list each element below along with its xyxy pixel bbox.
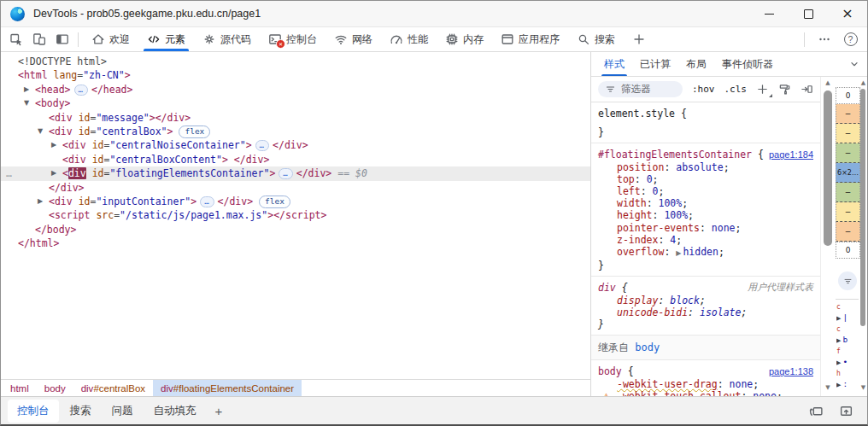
breadcrumb-item[interactable]: div#floatingElementsContainer: [153, 380, 302, 396]
scroll-up-arrow-icon[interactable]: ▲: [821, 79, 835, 86]
dom-tree-node[interactable]: <html lang="zh-CN">: [1, 68, 590, 82]
expand-ellipsis-badge[interactable]: …: [200, 196, 214, 207]
style-property[interactable]: overflow: ▶hidden;: [598, 246, 813, 260]
style-property[interactable]: height: 100%;: [598, 209, 813, 221]
tab-search[interactable]: 搜索: [568, 27, 624, 51]
style-property[interactable]: pointer-events: none;: [598, 222, 813, 234]
property-value[interactable]: hidden: [683, 246, 718, 258]
expand-ellipsis-badge[interactable]: …: [74, 85, 88, 96]
stylesheet-link[interactable]: page1:184: [769, 149, 813, 160]
computed-property-row[interactable]: c▶|: [836, 303, 859, 325]
computed-filter-button[interactable]: [838, 271, 857, 290]
style-property[interactable]: ⚠-webkit-touch-callout: none;: [598, 390, 813, 396]
rule-selector[interactable]: div: [598, 282, 616, 294]
style-property[interactable]: top: 0;: [598, 173, 813, 185]
dom-tree-node[interactable]: …▶<div id="floatingElementsContainer">…<…: [1, 166, 590, 180]
box-model-margin[interactable]: −: [836, 222, 860, 242]
maximize-button[interactable]: [789, 1, 828, 26]
drawer-tab-search[interactable]: 搜索: [61, 400, 101, 423]
dom-tree-node[interactable]: ▶<div id="inputContainer">…</div>flex: [1, 195, 590, 208]
box-model-position[interactable]: 0: [836, 87, 860, 104]
expand-arrow-icon[interactable]: ▶: [836, 359, 841, 366]
scrollbar-thumb[interactable]: [860, 89, 865, 326]
drawer-tab-console[interactable]: 控制台: [8, 400, 59, 423]
property-name[interactable]: overflow: [617, 246, 664, 258]
property-value[interactable]: 0: [653, 185, 659, 197]
computed-property-row[interactable]: c▶b: [836, 325, 859, 347]
tab-more-tools[interactable]: [624, 27, 654, 51]
stylesheet-link[interactable]: page1:138: [769, 365, 813, 377]
breadcrumb-item[interactable]: html: [3, 380, 37, 396]
expand-panel-icon[interactable]: [839, 404, 853, 418]
computed-property-row[interactable]: h▶:: [836, 370, 859, 392]
style-property[interactable]: left: 0;: [598, 185, 813, 197]
property-value[interactable]: none: [730, 378, 754, 390]
sidebar-tab-layout[interactable]: 布局: [678, 52, 714, 76]
expand-arrow-icon[interactable]: ▶: [836, 315, 841, 322]
tab-network[interactable]: 网络: [326, 27, 381, 51]
box-model-border[interactable]: −: [836, 202, 860, 222]
style-property[interactable]: position: absolute;: [598, 161, 813, 173]
dom-tree-node[interactable]: ▶<head>…</head>: [1, 83, 590, 96]
drawer-tab-autofill[interactable]: 自动填充: [144, 400, 206, 423]
property-value[interactable]: block: [670, 295, 700, 306]
expand-ellipsis-badge[interactable]: …: [279, 168, 292, 179]
property-name[interactable]: -webkit-touch-callout: [617, 390, 741, 396]
styles-scrollbar[interactable]: ▲ ▼: [821, 77, 835, 396]
expand-arrow-icon[interactable]: ▼: [24, 96, 29, 110]
toggle-hover-state-button[interactable]: :hov: [692, 84, 715, 95]
scroll-up-arrow-icon[interactable]: ▲: [859, 79, 867, 86]
dom-tree-node[interactable]: ▼<div id="centralBox">flex: [1, 125, 590, 138]
breadcrumb-item[interactable]: div#centralBox: [73, 380, 153, 396]
property-name[interactable]: z-index: [617, 234, 658, 246]
tab-memory[interactable]: 内存: [437, 27, 492, 51]
computed-property-row[interactable]: f▶•: [836, 347, 859, 370]
dom-tree-node[interactable]: ▼<body>: [1, 96, 590, 110]
device-emulation-button[interactable]: [27, 27, 50, 51]
drawer-add-tab-button[interactable]: +: [208, 404, 231, 418]
rule-selector[interactable]: body: [598, 365, 622, 377]
property-value[interactable]: none: [753, 390, 777, 396]
box-model-padding[interactable]: −: [836, 143, 860, 163]
dom-tree-node[interactable]: ▶<div id="centralNoiseContainer">…</div>: [1, 138, 590, 152]
tab-sources[interactable]: 源代码: [194, 27, 260, 51]
expand-shorthand-icon[interactable]: ▶: [676, 249, 681, 257]
property-value[interactable]: 100%: [658, 197, 682, 209]
expand-arrow-icon[interactable]: ▶: [38, 195, 43, 208]
sidebar-tab-styles[interactable]: 样式: [596, 52, 632, 76]
sidebar-tab-computed[interactable]: 已计算: [632, 52, 678, 76]
property-name[interactable]: height: [617, 209, 653, 221]
property-name[interactable]: left: [617, 185, 641, 197]
box-model-margin[interactable]: −: [836, 104, 860, 124]
toggle-class-button[interactable]: .cls: [724, 84, 748, 95]
style-filter-input[interactable]: 筛选器: [598, 81, 683, 97]
dom-tree-node[interactable]: <div id="centralBoxContent"> </div>: [1, 153, 590, 166]
dom-tree-node[interactable]: </html>: [1, 236, 590, 250]
element-state-button[interactable]: [801, 83, 813, 96]
rule-selector[interactable]: #floatingElementsContainer: [598, 149, 752, 160]
box-model-content[interactable]: 6×2…: [836, 163, 860, 183]
dom-tree-node[interactable]: <div id="message"></div>: [1, 111, 590, 125]
style-property[interactable]: width: 100%;: [598, 197, 813, 209]
box-model-padding[interactable]: −: [836, 183, 860, 202]
tab-application[interactable]: 应用程序: [492, 27, 568, 51]
expand-arrow-icon[interactable]: ▶: [51, 138, 56, 152]
dom-tree-node[interactable]: <!DOCTYPE html>: [1, 55, 590, 68]
close-button[interactable]: ×: [828, 1, 867, 26]
property-value[interactable]: absolute: [676, 161, 723, 173]
box-model-border[interactable]: −: [836, 124, 860, 143]
property-value[interactable]: 0: [647, 173, 653, 185]
style-property[interactable]: display: block;: [598, 295, 813, 306]
drawer-tab-issues[interactable]: 问题: [103, 400, 143, 423]
minimize-button[interactable]: [749, 1, 789, 26]
expand-arrow-icon[interactable]: ▶: [51, 166, 56, 180]
property-name[interactable]: position: [617, 161, 664, 173]
property-name[interactable]: -webkit-user-drag: [617, 378, 718, 390]
expand-arrow-icon[interactable]: ▶: [836, 382, 841, 388]
scrollbar-thumb[interactable]: [824, 90, 832, 246]
expand-arrow-icon[interactable]: ▶: [836, 337, 841, 344]
tab-console[interactable]: ✕控制台: [260, 27, 326, 51]
tab-welcome[interactable]: 欢迎: [83, 27, 138, 51]
expand-arrow-icon[interactable]: ▼: [38, 125, 43, 138]
device-emulation-icon[interactable]: [809, 404, 824, 418]
